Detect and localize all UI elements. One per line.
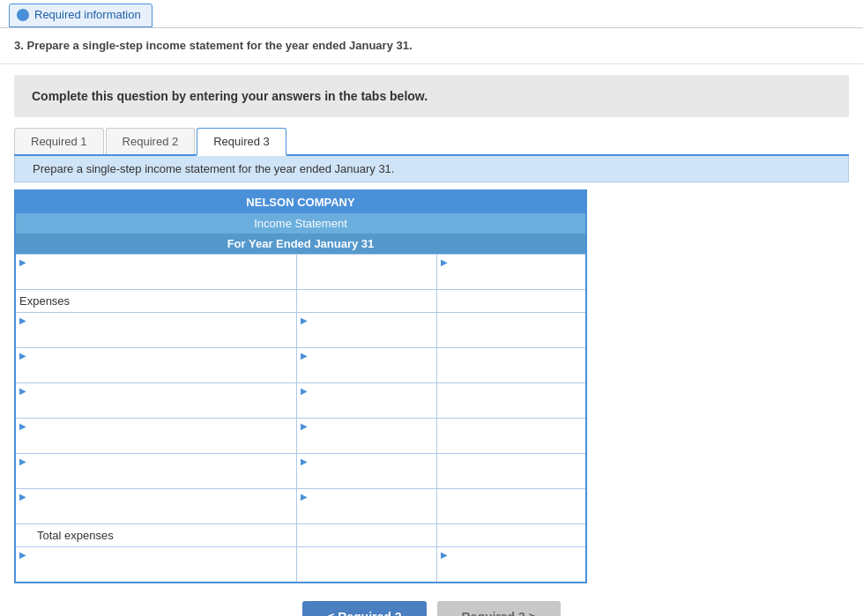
arrow-icon: ▶ — [301, 386, 308, 396]
expenses-label: Expenses — [15, 289, 296, 312]
arrow-icon: ▶ — [301, 351, 308, 360]
row5-col2[interactable]: ▶ — [296, 418, 436, 453]
next-button[interactable]: Required 3 > — [437, 601, 561, 617]
top-tab-label: Required information — [34, 8, 141, 21]
table-row: ▶ ▶ — [15, 312, 586, 347]
row5-col3[interactable] — [437, 418, 586, 453]
row4-col3[interactable] — [437, 382, 586, 418]
row3-col2[interactable]: ▶ — [296, 347, 436, 382]
row2-col2[interactable]: ▶ — [296, 312, 436, 347]
row7-col3[interactable] — [437, 488, 586, 523]
instruction-text: Prepare a single-step income statement f… — [26, 39, 412, 52]
row1-input-col3[interactable] — [441, 290, 582, 311]
row5-col1[interactable]: ▶ — [15, 418, 296, 453]
row7-input-col3[interactable] — [441, 495, 582, 516]
arrow-icon: ▶ — [19, 257, 26, 267]
row6-input-col2[interactable] — [301, 467, 433, 488]
table-subtitle-row: Income Statement — [15, 213, 586, 234]
row6-col2[interactable]: ▶ — [296, 453, 436, 488]
arrow-icon: ▶ — [19, 550, 26, 560]
prev-button[interactable]: < Required 2 — [302, 601, 426, 617]
circle-icon — [17, 9, 29, 21]
bottom-nav: < Required 2 Required 3 > — [0, 601, 863, 617]
row4-col2[interactable]: ▶ — [296, 382, 436, 418]
row6-input-col1[interactable] — [19, 467, 293, 488]
required-info-tab[interactable]: Required information — [9, 4, 153, 27]
total-input-col2[interactable] — [302, 524, 431, 545]
row0-input-col1[interactable] — [19, 268, 293, 289]
row1-col2[interactable] — [296, 289, 436, 312]
tabs-row: Required 1 Required 2 Required 3 — [14, 128, 849, 156]
arrow-icon: ▶ — [19, 315, 26, 325]
arrow-icon: ▶ — [19, 492, 26, 501]
tab-content-header: Prepare a single-step income statement f… — [14, 156, 849, 182]
row7-col2[interactable]: ▶ — [296, 488, 436, 523]
row7-input-col2[interactable] — [301, 502, 433, 523]
row5-input-col2[interactable] — [301, 432, 433, 453]
row9-input-col1[interactable] — [19, 560, 293, 582]
table-row: ▶ ▶ — [15, 254, 586, 289]
row9-input-col3[interactable] — [441, 560, 582, 582]
row7-col1[interactable]: ▶ — [15, 488, 296, 523]
top-tab-bar: Required information — [0, 0, 863, 28]
income-table: NELSON COMPANY Income Statement For Year… — [14, 189, 587, 583]
row2-col3[interactable] — [437, 312, 586, 347]
total-col2[interactable] — [296, 523, 436, 546]
row6-col1[interactable]: ▶ — [15, 453, 296, 488]
row4-input-col2[interactable] — [301, 397, 433, 418]
row9-col3[interactable]: ▶ — [437, 546, 586, 583]
row4-input-col1[interactable] — [19, 397, 293, 418]
row3-input-col2[interactable] — [301, 361, 433, 382]
arrow-icon: ▶ — [301, 456, 308, 466]
row6-input-col3[interactable] — [441, 460, 582, 481]
table-row: ▶ ▶ — [15, 382, 586, 418]
row5-input-col1[interactable] — [19, 432, 293, 453]
row2-col1[interactable]: ▶ — [15, 312, 296, 347]
row0-col3[interactable]: ▶ — [437, 254, 586, 289]
row4-col1[interactable]: ▶ — [15, 382, 296, 418]
row9-input-col2[interactable] — [301, 553, 433, 575]
row2-input-col3[interactable] — [441, 319, 582, 340]
tab-required-1[interactable]: Required 1 — [14, 128, 104, 154]
arrow-icon: ▶ — [19, 386, 26, 396]
company-name: NELSON COMPANY — [15, 190, 586, 213]
arrow-icon: ▶ — [19, 421, 26, 431]
tab-required-3[interactable]: Required 3 — [197, 128, 286, 156]
row3-input-col1[interactable] — [19, 361, 293, 382]
table-date: For Year Ended January 31 — [15, 234, 586, 255]
row6-col3[interactable] — [437, 453, 586, 488]
table-row: Expenses — [15, 289, 586, 312]
row1-col3[interactable] — [437, 289, 586, 312]
table-row: ▶ ▶ — [15, 418, 586, 453]
table-date-row: For Year Ended January 31 — [15, 234, 586, 255]
row3-col1[interactable]: ▶ — [15, 347, 296, 382]
row0-input-col2[interactable] — [301, 261, 433, 282]
table-row: ▶ ▶ — [15, 488, 586, 523]
row4-input-col3[interactable] — [441, 390, 582, 411]
row3-col3[interactable] — [437, 347, 586, 382]
table-wrapper: NELSON COMPANY Income Statement For Year… — [14, 189, 849, 583]
row5-input-col3[interactable] — [441, 425, 582, 446]
row9-col1[interactable]: ▶ — [15, 546, 296, 583]
arrow-icon: ▶ — [441, 257, 448, 267]
arrow-icon: ▶ — [441, 550, 448, 560]
question-text: Complete this question by entering your … — [32, 89, 831, 103]
row7-input-col1[interactable] — [19, 502, 293, 523]
table-subtitle: Income Statement — [15, 213, 586, 234]
row0-col2[interactable] — [296, 254, 436, 289]
table-row: ▶ ▶ — [15, 347, 586, 382]
row9-col2[interactable] — [296, 546, 436, 583]
total-input-col3[interactable] — [443, 524, 580, 545]
instruction-number: 3. — [14, 39, 24, 52]
row3-input-col3[interactable] — [441, 354, 582, 375]
row1-input-col2[interactable] — [301, 290, 433, 311]
row0-input-col3[interactable] — [441, 268, 582, 289]
row2-input-col2[interactable] — [301, 326, 433, 347]
tab-required-2[interactable]: Required 2 — [106, 128, 196, 154]
total-col3[interactable] — [437, 523, 586, 546]
question-box: Complete this question by entering your … — [14, 75, 849, 117]
arrow-icon: ▶ — [19, 456, 26, 466]
table-row: ▶ ▶ — [15, 453, 586, 488]
row2-input-col1[interactable] — [19, 326, 293, 347]
row0-col1[interactable]: ▶ — [15, 254, 296, 289]
